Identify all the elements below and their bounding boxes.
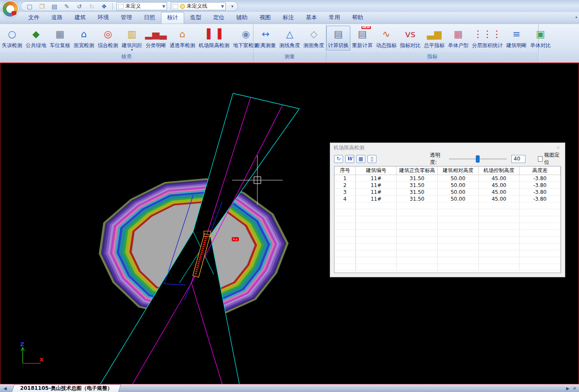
export-word-icon[interactable]: W bbox=[345, 155, 354, 163]
checkbox-box[interactable] bbox=[538, 156, 543, 162]
单体户型-button[interactable]: ▦单体户型 bbox=[446, 26, 470, 50]
table-cell bbox=[479, 250, 520, 257]
menu-tab-13[interactable]: 基本 bbox=[300, 12, 323, 24]
table-cell bbox=[397, 237, 438, 244]
table-cell: 45.00 bbox=[479, 175, 520, 182]
new-file-button[interactable]: ▢ bbox=[25, 3, 34, 10]
table-cell bbox=[356, 202, 397, 209]
menu-tab-15[interactable]: 帮助 bbox=[346, 12, 369, 24]
table-cell bbox=[438, 250, 479, 257]
table-row[interactable] bbox=[334, 244, 561, 250]
测面角度-button[interactable]: ◇测面角度 bbox=[302, 26, 326, 50]
next-doc-icon[interactable]: ▶ bbox=[566, 386, 570, 391]
table-cell bbox=[519, 230, 561, 237]
dialog-titlebar[interactable]: 机场限高检测 ✕ bbox=[330, 143, 565, 152]
redo-button[interactable]: ↻ bbox=[87, 3, 96, 10]
机场限高检测-button[interactable]: ▌▐机场限高检测 bbox=[197, 26, 231, 50]
table-row[interactable]: 111#31.5050.0045.00-3.80 bbox=[334, 175, 561, 182]
重新计算-button[interactable]: ▤NEW重新计算 bbox=[350, 26, 374, 50]
view-locate-label: 视图定位 bbox=[544, 151, 561, 166]
面宽检测-button[interactable]: ⌂面宽检测 bbox=[72, 26, 96, 50]
指标对比-button[interactable]: vs指标对比 bbox=[398, 26, 422, 50]
color-style-dropdown[interactable]: 未定义 ▼ bbox=[116, 2, 167, 10]
column-settings-icon[interactable]: ▯ bbox=[367, 155, 376, 163]
建筑明晰-button[interactable]: ≡建筑明晰 bbox=[504, 26, 528, 50]
ribbon-button-label: 车位复核 bbox=[50, 42, 70, 49]
table-cell bbox=[479, 237, 520, 244]
menu-tab-8[interactable]: 造型 bbox=[184, 12, 207, 24]
menu-tab-4[interactable]: 环境 bbox=[92, 12, 115, 24]
opacity-slider[interactable] bbox=[449, 155, 507, 163]
export-table-icon[interactable]: ▦ bbox=[356, 155, 365, 163]
计算切换-button[interactable]: ▤计算切换 bbox=[326, 26, 350, 50]
table-row[interactable] bbox=[334, 230, 561, 237]
dialog-toolbar: ↻W▦▯ 透明度: 40 视图定位 bbox=[330, 152, 565, 165]
menu-tab-14[interactable]: 常用 bbox=[323, 12, 346, 24]
ribbon-minimize-button[interactable]: ▴ bbox=[575, 15, 577, 19]
table-row[interactable] bbox=[334, 237, 561, 244]
table-row[interactable] bbox=[334, 250, 561, 257]
close-doc-icon[interactable]: ✕ bbox=[573, 386, 576, 391]
ribbon-button-label: 公共绿地 bbox=[26, 42, 46, 49]
view-locate-checkbox[interactable]: 视图定位 bbox=[538, 151, 561, 166]
table-cell bbox=[397, 216, 438, 223]
menu-tab-7[interactable]: 核计 bbox=[161, 12, 184, 24]
opacity-value-input[interactable]: 40 bbox=[511, 155, 525, 163]
失误检测-button[interactable]: ○失误检测 bbox=[0, 26, 24, 50]
建筑间距-button[interactable]: ▥建筑间距▾ bbox=[120, 26, 144, 52]
综合检测-button[interactable]: ◎综合检测 bbox=[96, 26, 120, 50]
table-cell bbox=[479, 216, 520, 223]
通透率检测-button[interactable]: ⌂通透率检测 bbox=[168, 26, 197, 50]
chevron-down-icon[interactable]: ▾ bbox=[131, 49, 133, 51]
table-row[interactable] bbox=[334, 202, 561, 209]
save-as-button[interactable]: ✎ bbox=[63, 3, 71, 10]
ribbon-button-label: 计算切换 bbox=[328, 42, 349, 49]
calc-toggle-icon: ▤ bbox=[331, 27, 346, 42]
line-style-dropdown[interactable]: 未定义线 ▼ bbox=[171, 2, 226, 10]
table-cell bbox=[334, 237, 356, 244]
ribbon-button-label: 测线角度 bbox=[280, 42, 300, 49]
table-row[interactable]: 211#31.5050.0045.00-3.80 bbox=[334, 182, 561, 189]
toolbar-overflow-button[interactable]: ▾ bbox=[231, 4, 233, 9]
分类明晰-button[interactable]: ▂▅▃分类明晰 bbox=[144, 26, 168, 50]
active-document-tab[interactable]: 20181105-奥山技术总图（电子规整） bbox=[12, 384, 121, 392]
table-cell bbox=[356, 250, 397, 257]
menu-tab-5[interactable]: 管理 bbox=[115, 12, 138, 24]
table-row[interactable] bbox=[334, 209, 561, 216]
menu-tab-1[interactable]: 文件 bbox=[22, 12, 45, 24]
table-cell bbox=[479, 223, 520, 230]
table-cell bbox=[356, 237, 397, 244]
单体对比-button[interactable]: ▣单体对比 bbox=[528, 26, 552, 50]
menu-tab-3[interactable]: 建筑 bbox=[69, 12, 92, 24]
refresh-icon[interactable]: ↻ bbox=[334, 155, 343, 163]
table-row[interactable] bbox=[334, 264, 561, 271]
menu-tab-6[interactable]: 日照 bbox=[138, 12, 161, 24]
app-logo-icon[interactable] bbox=[2, 0, 19, 18]
slider-thumb[interactable] bbox=[476, 155, 480, 163]
动态指标-button[interactable]: ∿动态指标 bbox=[374, 26, 398, 50]
总平指标-button[interactable]: ▃▆总平指标 bbox=[422, 26, 446, 50]
menu-tab-2[interactable]: 道路 bbox=[45, 12, 69, 24]
分层面积统计-button[interactable]: ⋮⋮⋮分层面积统计 bbox=[470, 26, 504, 50]
公共绿地-button[interactable]: ◆公共绿地 bbox=[24, 26, 48, 50]
table-row[interactable] bbox=[334, 216, 561, 223]
prev-doc-icon[interactable]: ◀ bbox=[3, 386, 7, 391]
table-row[interactable]: 311#31.5050.0045.00-3.80 bbox=[334, 189, 561, 196]
测线角度-button[interactable]: △测线角度 bbox=[278, 26, 302, 50]
menu-tab-9[interactable]: 定位 bbox=[207, 12, 230, 24]
table-row[interactable]: 411#31.5050.0045.00-3.80 bbox=[334, 196, 561, 202]
undo-button[interactable]: ↺ bbox=[75, 3, 84, 10]
距离测量-button[interactable]: ↔距离测量 bbox=[254, 26, 278, 50]
table-row[interactable] bbox=[334, 223, 561, 230]
open-file-button[interactable]: ❐ bbox=[38, 3, 46, 10]
table-row[interactable] bbox=[334, 257, 561, 264]
result-table: 序号建筑编号建筑正负零标高建筑相对高度机场控制高度高度差111#31.5050.… bbox=[334, 166, 561, 273]
menu-tab-11[interactable]: 视图 bbox=[254, 12, 277, 24]
table-cell bbox=[397, 257, 438, 264]
close-icon[interactable]: ✕ bbox=[555, 145, 561, 151]
menu-tab-12[interactable]: 标注 bbox=[277, 12, 300, 24]
layers-button[interactable]: ❖ bbox=[100, 3, 108, 10]
menu-tab-10[interactable]: 辅助 bbox=[230, 12, 254, 24]
车位复核-button[interactable]: ▦车位复核 bbox=[48, 26, 72, 50]
save-button[interactable]: ▤ bbox=[50, 3, 59, 10]
